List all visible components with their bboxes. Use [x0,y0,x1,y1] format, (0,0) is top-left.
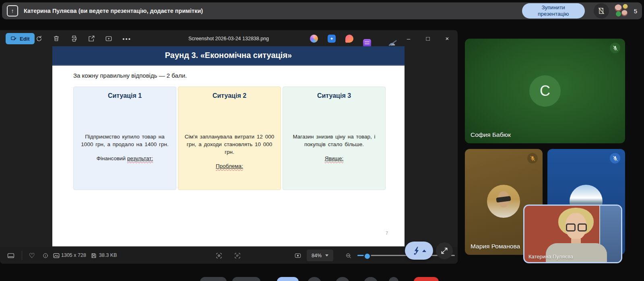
self-view-tile[interactable]: Катерина Пуляєва [523,205,622,263]
participant-count: 5 [634,8,637,14]
rotate-button[interactable] [33,33,45,44]
meet-control-bar-peek [0,276,644,281]
more-icon: ••• [122,35,131,42]
info-button[interactable] [40,251,51,260]
share-icon [88,35,95,42]
zoom-out-icon [345,252,352,260]
camera-control-button[interactable] [232,277,260,281]
present-button[interactable] [335,277,350,281]
close-button[interactable]: × [438,30,456,47]
stop-presentation-button[interactable]: Зупинити презентацію [522,3,585,19]
slide-title: Раунд 3. «Економічна ситуація» [165,51,292,60]
card-label: Проблема: [184,163,275,169]
cloud-offline-icon[interactable]: ☁ [388,39,396,47]
situation-card-2: Ситуація 2 Сім'я запланувала витрати 12 … [178,87,281,190]
visual-search-icon [216,252,222,260]
mic-off-icon [612,155,618,161]
filmstrip-icon [7,252,14,260]
presenting-banner: ↑ Катерина Пуляєва (ви ведете презентаці… [2,2,642,19]
fullscreen-icon [440,247,448,255]
end-call-button[interactable] [414,277,439,281]
participant-name: Мария Романова [471,243,520,250]
delete-button[interactable] [50,33,62,44]
ai-edit-icon[interactable]: ✦ [328,35,336,43]
card-title: Ситуація 3 [289,92,380,99]
card-label: Фінансовий результат: [79,155,170,161]
card-label: Явище: [289,155,380,161]
fullscreen-button[interactable] [436,242,453,259]
glasses-lens [578,223,587,231]
meeting-screen: ↑ Катерина Пуляєва (ви ведете презентаці… [0,0,644,281]
card-body: Сім'я запланувала витрати 12 000 грн, а … [184,133,275,156]
file-size: 38.3 KB [99,252,117,258]
slideshow-button[interactable] [103,33,115,44]
image-size-icon [52,252,60,259]
zoom-slider-thumb[interactable] [363,252,371,260]
info-icon [43,252,48,259]
zoom-level-value: 84% [312,253,322,258]
card-label-term: Явище: [325,155,344,161]
card-title: Ситуація 1 [79,92,170,99]
mic-off-badge [610,43,620,53]
print-button[interactable] [68,33,80,44]
avatar-photo [487,185,520,218]
photos-status-bar: ♡ 1305 x 728 38.3 KB [0,247,458,264]
avatar [621,10,627,16]
card-title: Ситуація 2 [184,92,275,99]
image-dimensions: 1305 x 728 [61,252,86,258]
copilot-icon[interactable] [310,35,318,43]
file-size-icon [90,252,97,259]
minimize-button[interactable]: – [399,30,418,47]
chevron-down-icon [325,254,328,256]
text-extract-button[interactable] [232,250,243,261]
designer-icon[interactable] [345,35,353,43]
captions-button[interactable] [277,277,299,281]
trash-icon [53,35,60,42]
screen-share-icon: ↑ [7,5,18,17]
maximize-button[interactable]: □ [419,30,437,47]
card-label-term: результат: [127,155,153,161]
meeting-room-toggle-button[interactable] [594,3,609,19]
mic-off-icon [530,155,536,161]
annotate-button[interactable] [405,242,433,260]
self-name: Катерина Пуляєва [528,254,573,260]
card-body: Магазин знизив ціну на товар, і покупців… [289,133,380,149]
edit-image-icon [10,35,17,42]
participant-name: София Бабюк [471,131,511,138]
annotate-lightning-icon [412,246,421,256]
mic-off-icon [612,45,618,51]
printer-icon [70,35,78,42]
participants-button[interactable]: 5 [615,4,637,18]
divider [22,251,22,260]
edit-button[interactable]: Edit [6,33,35,44]
share-button[interactable] [85,33,97,44]
hand-raise-button[interactable] [389,277,398,281]
zoom-level-dropdown[interactable]: 84% [307,250,333,261]
glasses-lens [566,223,576,231]
fit-to-window-button[interactable] [292,251,303,260]
mic-control-button[interactable] [200,277,227,281]
more-controls-button[interactable] [363,277,378,281]
card-label-term: Проблема: [216,163,243,169]
mic-off-badge [610,153,620,163]
situation-card-3: Ситуація 3 Магазин знизив ціну на товар,… [283,87,386,190]
image-viewer-canvas[interactable]: Раунд 3. «Економічна ситуація» За кожну … [52,46,405,246]
visual-search-button[interactable] [213,250,225,261]
avatar [616,11,621,17]
window-title: Screenshot 2026-03-24 132838.png [168,30,289,47]
participant-tile-sofia[interactable]: C София Бабюк [465,39,625,143]
more-options-button[interactable]: ••• [121,33,133,44]
photos-app-window: Edit [0,30,458,264]
card-label-prefix: Фінансовий [97,155,127,161]
fit-view-icon [295,252,301,259]
chevron-up-icon [422,250,426,252]
participant-avatars [615,4,632,18]
mic-off-badge [527,153,538,163]
zoom-out-button[interactable] [343,251,354,260]
avatar [615,4,622,12]
slide-title-banner: Раунд 3. «Економічна ситуація» [52,46,405,66]
filmstrip-toggle-button[interactable] [5,251,17,260]
library-icon[interactable] [363,39,371,47]
favorite-button[interactable]: ♡ [27,251,37,260]
reactions-button[interactable] [307,277,322,281]
